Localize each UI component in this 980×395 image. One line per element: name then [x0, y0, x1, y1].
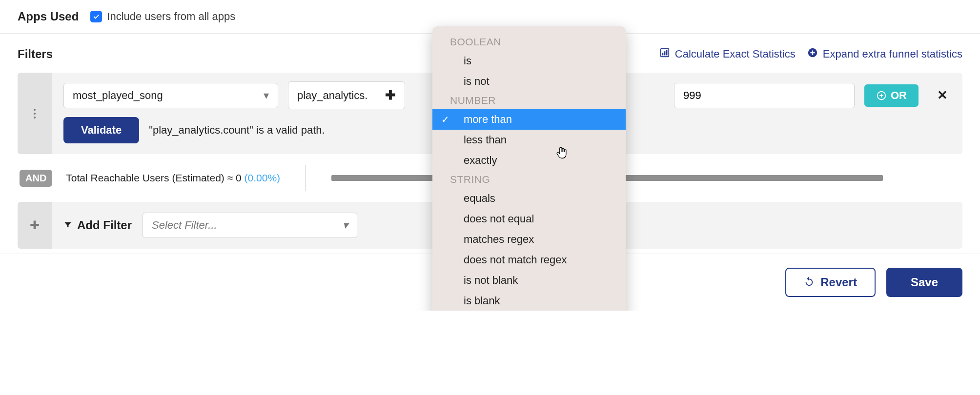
calculate-stats-link[interactable]: Calculate Exact Statistics — [659, 47, 796, 61]
path-select-value: play_analytics. — [297, 89, 368, 102]
path-select[interactable]: play_analytics. ✚ — [288, 81, 405, 109]
dropdown-group-label: NUMBER — [432, 92, 626, 109]
plus-icon: ✚ — [385, 88, 396, 103]
calculate-stats-text: Calculate Exact Statistics — [675, 48, 796, 60]
add-filter-handle[interactable]: ✚ — [18, 202, 52, 249]
svg-rect-1 — [662, 53, 663, 56]
expand-stats-link[interactable]: Expand extra funnel statistics — [807, 47, 962, 61]
dropdown-item[interactable]: is blank — [432, 291, 626, 311]
dropdown-item[interactable]: does not match regex — [432, 250, 626, 270]
field-select[interactable]: most_played_song ▾ — [63, 83, 278, 108]
or-button[interactable]: OR — [864, 84, 919, 107]
remove-filter-button[interactable]: ✕ — [937, 88, 948, 103]
stats-icon — [659, 47, 670, 61]
operator-dropdown[interactable]: BOOLEANisis notNUMBERmore thanless thane… — [432, 26, 626, 311]
chevron-down-icon: ▾ — [343, 219, 348, 232]
plus-circle-icon — [876, 90, 887, 101]
svg-rect-3 — [666, 50, 668, 56]
dropdown-item[interactable]: matches regex — [432, 229, 626, 250]
drag-handle[interactable] — [18, 73, 52, 154]
dropdown-item[interactable]: less than — [432, 130, 626, 150]
divider — [306, 165, 306, 191]
include-all-apps-checkbox[interactable]: Include users from all apps — [90, 10, 235, 23]
value-input[interactable] — [674, 83, 855, 108]
undo-icon — [804, 276, 815, 289]
chevron-down-icon: ▾ — [264, 89, 269, 102]
check-icon — [90, 11, 102, 22]
and-badge: AND — [20, 170, 52, 187]
dropdown-item[interactable]: does not equal — [432, 209, 626, 229]
validate-button[interactable]: Validate — [63, 117, 139, 143]
revert-label: Revert — [820, 276, 857, 289]
dropdown-item[interactable]: is not — [432, 71, 626, 92]
filters-heading: Filters — [18, 47, 53, 61]
dropdown-item[interactable]: equals — [432, 188, 626, 209]
apps-used-heading: Apps Used — [18, 10, 79, 23]
select-filter-dropdown[interactable]: Select Filter... ▾ — [143, 213, 357, 238]
revert-button[interactable]: Revert — [785, 268, 876, 297]
dropdown-group-label: BOOLEAN — [432, 33, 626, 51]
filter-icon — [63, 218, 72, 232]
include-all-apps-label: Include users from all apps — [107, 10, 235, 23]
or-label: OR — [891, 89, 907, 102]
validation-message: "play_analytics.count" is a valid path. — [149, 124, 325, 137]
dropdown-item[interactable]: more than — [432, 109, 626, 130]
reach-pct: (0.00%) — [245, 172, 281, 183]
reach-text: Total Reachable Users (Estimated) ≈ 0 (0… — [66, 172, 280, 184]
add-filter-label: Add Filter — [77, 218, 132, 232]
dropdown-group-label: STRING — [432, 171, 626, 188]
svg-rect-2 — [664, 51, 665, 55]
save-button[interactable]: Save — [886, 268, 962, 297]
dropdown-item[interactable]: is not blank — [432, 270, 626, 291]
expand-stats-text: Expand extra funnel statistics — [823, 48, 962, 60]
select-filter-placeholder: Select Filter... — [152, 219, 217, 232]
dropdown-item[interactable]: exactly — [432, 150, 626, 171]
field-select-value: most_played_song — [73, 89, 163, 102]
dropdown-item[interactable]: is — [432, 51, 626, 71]
plus-circle-icon — [807, 47, 818, 61]
